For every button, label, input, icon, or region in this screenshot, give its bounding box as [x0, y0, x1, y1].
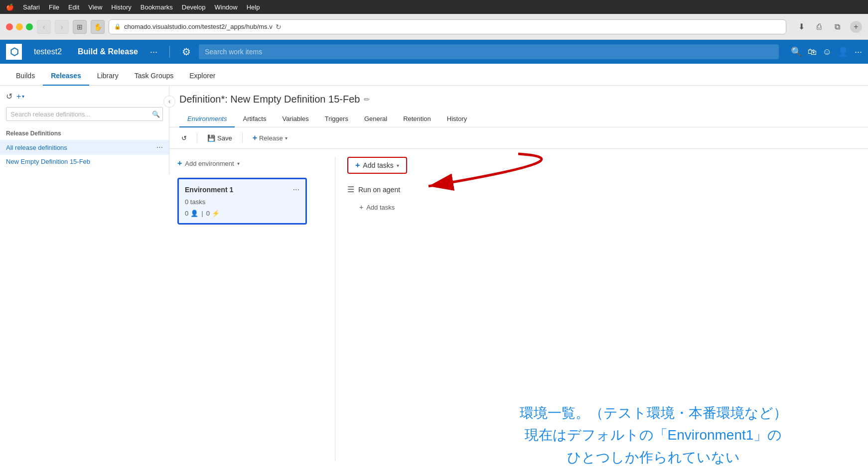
env-card-title: Environment 1 — [185, 186, 233, 194]
sidebar-item-dots[interactable]: ··· — [156, 143, 163, 152]
chevron-down-icon: ▾ — [22, 94, 24, 99]
explorer-tab[interactable]: Explorer — [181, 67, 223, 86]
definition-title: Definition*: New Empty Definition 15-Feb… — [179, 94, 858, 105]
sidebar-collapse-button[interactable]: ‹ — [163, 96, 175, 108]
edit-menu[interactable]: Edit — [68, 3, 79, 11]
appbar-divider — [169, 46, 170, 58]
trigger-icon: ⚡ — [212, 210, 220, 217]
add-tasks-sub-label: Add tasks — [366, 204, 395, 211]
content-area: Definition*: New Empty Definition 15-Feb… — [169, 86, 868, 469]
tabs-button[interactable]: ⧉ — [830, 20, 844, 34]
search-icon[interactable]: 🔍 — [791, 46, 802, 57]
history-tab[interactable]: History — [439, 111, 475, 127]
window-menu[interactable]: Window — [214, 3, 237, 11]
release-label: Release — [259, 134, 283, 142]
sidebar: ↺ + ▾ 🔍 Release Definitions All release … — [0, 86, 169, 174]
env-card-header: Environment 1 ··· — [185, 185, 299, 194]
sidebar-search-input[interactable] — [6, 107, 163, 121]
forward-button[interactable]: › — [55, 20, 69, 34]
edit-title-icon[interactable]: ✏ — [364, 95, 370, 104]
close-window-button[interactable] — [6, 23, 13, 30]
search-input[interactable] — [199, 44, 779, 59]
url-text: chomado.visualstudio.com/testest2/_apps/… — [124, 23, 273, 30]
more-icon[interactable]: ··· — [855, 47, 862, 57]
chat-icon[interactable]: ☺ — [823, 47, 832, 57]
all-release-definitions-item[interactable]: All release definitions ··· — [0, 140, 169, 155]
download-button[interactable]: ⬇ — [794, 20, 808, 34]
settings-icon[interactable]: ⚙ — [182, 46, 191, 58]
agent-icon: ☰ — [347, 185, 354, 194]
add-tasks-plus-icon: + — [355, 161, 360, 170]
general-tab[interactable]: General — [356, 111, 395, 127]
save-button[interactable]: 💾 Save — [203, 132, 236, 144]
refresh-button[interactable]: ↺ — [177, 132, 191, 144]
releases-tab[interactable]: Releases — [43, 67, 89, 86]
artifacts-tab[interactable]: Artifacts — [235, 111, 274, 127]
vsts-appbar: ⬡ testest2 Build & Release ··· ⚙ 🔍 🛍 ☺ 👤… — [0, 40, 868, 64]
person-icon: 👤 — [190, 210, 198, 217]
help-menu[interactable]: Help — [247, 3, 260, 11]
avatar-icon[interactable]: 👤 — [838, 46, 849, 57]
lock-icon: 🔒 — [114, 23, 121, 30]
meta-separator: | — [201, 210, 203, 217]
environment-column: + Add environment ▾ Environment 1 ··· 0 … — [177, 157, 327, 461]
hand-button[interactable]: ✋ — [91, 20, 105, 34]
vsts-logo[interactable]: ⬡ — [6, 44, 22, 60]
sidebar-search-icon: 🔍 — [152, 111, 160, 118]
nav-more-dots[interactable]: ··· — [150, 47, 157, 57]
new-empty-definition-label: New Empty Definition 15-Feb — [6, 158, 90, 165]
traffic-lights — [6, 23, 33, 30]
sidebar-section-title: Release Definitions — [0, 127, 169, 140]
triggers-tab[interactable]: Triggers — [317, 111, 356, 127]
run-on-agent-label: Run on agent — [358, 186, 400, 194]
add-tasks-button[interactable]: + Add tasks ▾ — [347, 157, 407, 174]
save-label: Save — [217, 134, 232, 142]
library-tab[interactable]: Library — [89, 67, 127, 86]
view-menu[interactable]: View — [88, 3, 102, 11]
content-toolbar: ↺ 💾 Save + Release ▾ — [169, 127, 868, 149]
minimize-window-button[interactable] — [16, 23, 23, 30]
release-plus-icon: + — [253, 133, 257, 142]
release-button[interactable]: + Release ▾ — [249, 131, 291, 144]
history-menu[interactable]: History — [111, 3, 131, 11]
appbar-icons: 🔍 🛍 ☺ 👤 ··· — [791, 46, 862, 57]
sidebar-search: 🔍 — [6, 107, 163, 121]
new-empty-definition-item[interactable]: New Empty Definition 15-Feb — [0, 155, 169, 168]
bookmarks-menu[interactable]: Bookmarks — [141, 3, 173, 11]
content-tabs: Environments Artifacts Variables Trigger… — [179, 111, 858, 127]
add-environment-button[interactable]: + Add environment ▾ — [177, 157, 240, 170]
triggers-count: 0 — [206, 210, 210, 217]
add-environment-label: Add environment — [185, 160, 234, 167]
environments-tab[interactable]: Environments — [179, 111, 235, 127]
develop-menu[interactable]: Develop — [182, 3, 206, 11]
add-tasks-sub-button[interactable]: + Add tasks — [347, 201, 860, 213]
notification-icon[interactable]: 🛍 — [808, 47, 817, 57]
refresh-icon: ↺ — [181, 134, 187, 142]
build-release-nav[interactable]: Build & Release — [74, 47, 142, 56]
address-bar[interactable]: 🔒 chomado.visualstudio.com/testest2/_app… — [109, 19, 786, 34]
new-tab-button[interactable]: + — [850, 21, 862, 33]
env-tasks: 0 tasks — [185, 198, 299, 206]
variables-tab[interactable]: Variables — [274, 111, 316, 127]
sidebar-add-button[interactable]: + ▾ — [16, 92, 24, 101]
back-button[interactable]: ‹ — [37, 20, 51, 34]
reload-button[interactable]: ↻ — [276, 23, 282, 31]
fullscreen-window-button[interactable] — [26, 23, 33, 30]
sidebar-refresh-button[interactable]: ↺ — [6, 92, 12, 101]
task-groups-tab[interactable]: Task Groups — [127, 67, 182, 86]
env-card-dots[interactable]: ··· — [293, 185, 299, 194]
project-name[interactable]: testest2 — [30, 47, 66, 56]
retention-tab[interactable]: Retention — [395, 111, 439, 127]
builds-tab[interactable]: Builds — [8, 67, 43, 86]
share-button[interactable]: ⎙ — [812, 20, 826, 34]
safari-menu[interactable]: Safari — [23, 3, 40, 11]
sidebar-toggle-button[interactable]: ⊞ — [73, 20, 87, 34]
environment-area: + Add environment ▾ Environment 1 ··· 0 … — [169, 149, 868, 469]
tasks-column: + Add tasks ▾ ☰ Run on agent + Add tasks — [335, 157, 860, 461]
apple-menu[interactable]: 🍎 — [6, 3, 14, 11]
toolbar-separator — [197, 133, 197, 143]
browser-chrome: ‹ › ⊞ ✋ 🔒 chomado.visualstudio.com/teste… — [0, 14, 868, 40]
toolbar-separator-2 — [242, 133, 243, 143]
add-env-plus-icon: + — [177, 159, 182, 168]
file-menu[interactable]: File — [49, 3, 59, 11]
